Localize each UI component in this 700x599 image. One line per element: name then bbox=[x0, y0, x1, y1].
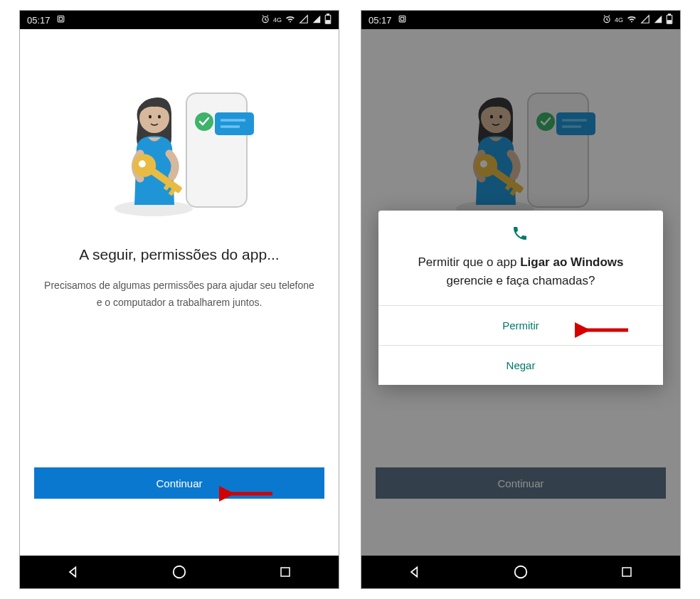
svg-rect-5 bbox=[326, 21, 329, 23]
svg-rect-1 bbox=[59, 17, 62, 20]
page-title: A seguir, permissões do app... bbox=[79, 246, 279, 263]
svg-point-40 bbox=[479, 159, 489, 169]
status-bar: 05:17 4G bbox=[20, 11, 339, 29]
network-type: 4G bbox=[615, 17, 623, 23]
alarm-icon bbox=[260, 14, 270, 26]
allow-button[interactable]: Permitir bbox=[378, 305, 663, 345]
continue-button-disabled: Continuar bbox=[376, 467, 666, 499]
svg-point-21 bbox=[174, 566, 186, 578]
allow-label: Permitir bbox=[502, 319, 539, 332]
permission-dialog: Permitir que o app Ligar ao Windows gere… bbox=[378, 211, 663, 385]
wifi-icon bbox=[626, 14, 637, 26]
nav-back-button[interactable] bbox=[52, 561, 95, 583]
svg-rect-42 bbox=[505, 184, 512, 191]
svg-point-44 bbox=[515, 566, 527, 578]
svg-rect-38 bbox=[488, 166, 524, 194]
permissions-illustration bbox=[101, 83, 258, 225]
dialog-suffix: gerencie e faça chamadas? bbox=[447, 274, 595, 287]
dialog-message: Permitir que o app Ligar ao Windows gere… bbox=[378, 253, 663, 305]
svg-rect-24 bbox=[401, 17, 403, 20]
battery-icon bbox=[324, 14, 332, 26]
signal-icon-2 bbox=[653, 14, 663, 26]
svg-point-14 bbox=[158, 115, 161, 119]
svg-rect-29 bbox=[528, 93, 588, 207]
screenshot-icon bbox=[56, 14, 65, 26]
svg-rect-45 bbox=[622, 568, 631, 576]
main-content: A seguir, permissões do app... Precisamo… bbox=[20, 29, 339, 556]
dialog-app-name: Ligar ao Windows bbox=[520, 255, 623, 269]
wifi-icon bbox=[285, 14, 296, 26]
status-time: 05:17 bbox=[27, 15, 51, 26]
deny-label: Negar bbox=[507, 359, 536, 371]
status-time: 05:17 bbox=[368, 15, 392, 26]
svg-rect-8 bbox=[215, 112, 254, 135]
nav-recent-button[interactable] bbox=[605, 561, 648, 583]
svg-point-13 bbox=[149, 115, 152, 119]
svg-rect-23 bbox=[399, 16, 405, 22]
phone-right: 05:17 4G bbox=[361, 10, 681, 589]
svg-point-35 bbox=[481, 103, 511, 133]
svg-point-39 bbox=[470, 149, 502, 181]
status-bar: 05:17 4G bbox=[361, 11, 680, 29]
nav-home-button[interactable] bbox=[158, 561, 201, 583]
dialog-prefix: Permitir que o app bbox=[418, 255, 521, 269]
phone-left: 05:17 4G bbox=[19, 10, 339, 589]
svg-point-37 bbox=[499, 115, 502, 119]
network-type: 4G bbox=[273, 17, 282, 23]
signal-icon bbox=[640, 14, 650, 26]
svg-rect-22 bbox=[281, 568, 290, 576]
continue-label: Continuar bbox=[156, 477, 202, 489]
alarm-icon bbox=[602, 14, 612, 26]
deny-button[interactable]: Negar bbox=[378, 345, 663, 385]
svg-rect-0 bbox=[58, 16, 64, 22]
svg-rect-4 bbox=[327, 14, 329, 16]
nav-home-button[interactable] bbox=[499, 561, 542, 583]
nav-back-button[interactable] bbox=[393, 561, 436, 583]
svg-rect-31 bbox=[556, 112, 595, 135]
nav-recent-button[interactable] bbox=[264, 561, 307, 583]
svg-rect-27 bbox=[669, 14, 671, 16]
battery-icon bbox=[666, 14, 673, 26]
svg-rect-6 bbox=[186, 93, 247, 207]
signal-icon bbox=[299, 14, 309, 26]
continue-label: Continuar bbox=[497, 477, 543, 489]
nav-bar bbox=[361, 556, 680, 588]
screenshot-icon bbox=[398, 14, 407, 26]
permissions-illustration bbox=[442, 83, 599, 225]
nav-bar bbox=[20, 556, 339, 588]
svg-point-30 bbox=[536, 112, 555, 131]
phone-icon bbox=[511, 225, 530, 243]
svg-rect-28 bbox=[667, 21, 671, 23]
svg-point-36 bbox=[490, 115, 493, 119]
svg-rect-41 bbox=[510, 188, 518, 196]
signal-icon-2 bbox=[312, 14, 322, 26]
main-content-dimmed: A seguir, permissões do app... Precisamo… bbox=[361, 29, 680, 556]
page-description: Precisamos de algumas permissões para aj… bbox=[44, 277, 314, 312]
continue-button[interactable]: Continuar bbox=[34, 467, 324, 499]
